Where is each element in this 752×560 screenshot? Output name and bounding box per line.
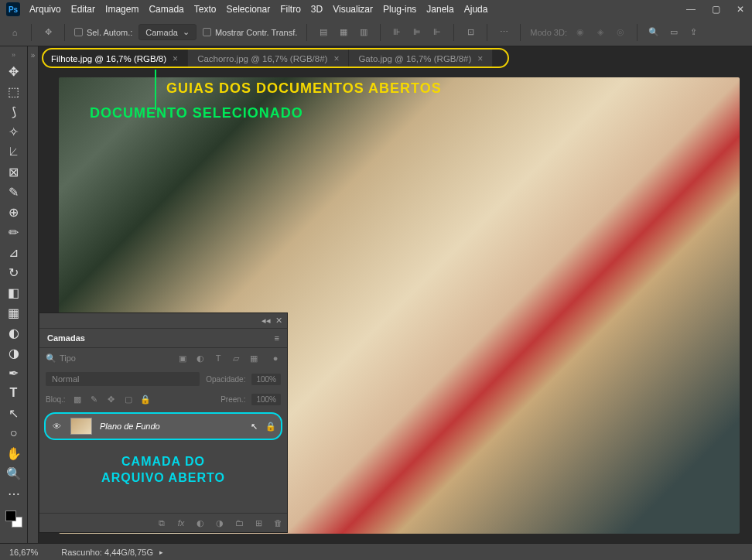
path-select-tool[interactable]: ↖ xyxy=(4,404,24,422)
pen-tool[interactable]: ✒ xyxy=(4,364,24,382)
zoom-3d-icon[interactable]: ◎ xyxy=(614,26,627,39)
align-center-icon[interactable]: ▦ xyxy=(337,26,350,39)
distribute-h-icon[interactable]: ⊪ xyxy=(390,26,404,39)
menu-camada[interactable]: Camada xyxy=(149,4,183,15)
align-to-icon[interactable]: ⊡ xyxy=(463,26,477,39)
layer-thumbnail[interactable] xyxy=(70,418,92,435)
blur-tool[interactable]: ◐ xyxy=(4,323,24,342)
auto-select-checkbox[interactable]: Sel. Autom.: xyxy=(74,28,132,37)
collapse-panel-icon[interactable]: ◂◂ xyxy=(261,316,271,326)
hand-tool[interactable]: ✋ xyxy=(4,444,24,463)
collapse-icon[interactable]: » xyxy=(12,51,15,60)
tab-filhote[interactable]: Filhote.jpg @ 16,7% (RGB/8) × xyxy=(42,50,188,68)
align-left-icon[interactable]: ▤ xyxy=(316,26,330,39)
scratch-info[interactable]: Rascunho: 4,44G/8,75G ▸ xyxy=(61,548,163,557)
dodge-tool[interactable]: ◑ xyxy=(4,343,24,362)
tab-gato[interactable]: Gato.jpg @ 16,7% (RGB/8#) × xyxy=(349,50,493,68)
eraser-tool[interactable]: ◧ xyxy=(4,283,24,302)
align-right-icon[interactable]: ▥ xyxy=(357,26,371,39)
menu-janela[interactable]: Janela xyxy=(426,4,453,15)
filter-type-icon[interactable]: T xyxy=(213,353,224,364)
filter-toggle-icon[interactable]: ● xyxy=(270,353,281,364)
close-button[interactable]: ✕ xyxy=(735,4,746,15)
foreground-color-swatch xyxy=(5,510,16,521)
zoom-level[interactable]: 16,67% xyxy=(9,548,38,557)
menu-imagem[interactable]: Imagem xyxy=(105,4,138,15)
lock-transparency-icon[interactable]: ▩ xyxy=(72,394,83,405)
maximize-button[interactable]: ▢ xyxy=(710,4,721,15)
filter-smart-icon[interactable]: ▦ xyxy=(248,353,259,364)
magic-wand-tool[interactable]: ✧ xyxy=(4,122,24,141)
fill-value[interactable]: 100% xyxy=(251,394,281,405)
menu-texto[interactable]: Texto xyxy=(194,4,217,15)
type-tool[interactable]: T xyxy=(4,384,24,402)
group-icon[interactable]: 🗀 xyxy=(234,517,244,528)
menu-arquivo[interactable]: Arquivo xyxy=(29,4,61,15)
panel-expander[interactable]: » xyxy=(28,46,39,543)
layer-mask-icon[interactable]: ◐ xyxy=(195,517,206,528)
lock-position-icon[interactable]: ✥ xyxy=(106,394,117,405)
lock-all-icon[interactable]: 🔒 xyxy=(140,394,151,405)
edit-toolbar[interactable]: ⋯ xyxy=(4,484,24,503)
visibility-icon[interactable]: 👁 xyxy=(50,422,63,431)
search-icon[interactable]: 🔍 xyxy=(647,26,661,39)
distribute-icon[interactable]: ⊩ xyxy=(430,26,444,39)
link-layers-icon[interactable]: ⧉ xyxy=(156,517,167,528)
shape-tool[interactable]: ○ xyxy=(4,424,24,442)
share-icon[interactable]: ⇪ xyxy=(687,26,701,39)
layer-style-icon[interactable]: fx xyxy=(176,517,186,528)
crop-tool[interactable]: ⟀ xyxy=(4,142,24,161)
layer-background[interactable]: 👁 Plano de Fundo ↖ 🔒 xyxy=(44,412,282,440)
zoom-tool[interactable]: 🔍 xyxy=(4,464,24,483)
menu-selecionar[interactable]: Selecionar xyxy=(226,4,270,15)
menu-filtro[interactable]: Filtro xyxy=(280,4,301,15)
show-transform-checkbox[interactable]: Mostrar Contr. Transf. xyxy=(203,28,297,37)
menu-3d[interactable]: 3D xyxy=(311,4,323,15)
pan-3d-icon[interactable]: ◈ xyxy=(593,26,607,39)
filter-type-dropdown[interactable]: 🔍 Tipo xyxy=(46,353,171,364)
layer-name[interactable]: Plano de Fundo xyxy=(100,422,243,431)
layers-panel[interactable]: ◂◂ ✕ Camadas ≡ 🔍 Tipo ▣ ◐ T ▱ ▦ ● Normal… xyxy=(39,312,288,533)
menu-plugins[interactable]: Plug-ins xyxy=(383,4,416,15)
menu-ajuda[interactable]: Ajuda xyxy=(464,4,488,15)
tab-cachorro[interactable]: Cachorro.jpg @ 16,7% (RGB/8#) × xyxy=(188,50,349,68)
history-brush-tool[interactable]: ↻ xyxy=(4,263,24,282)
move-tool-icon[interactable]: ✥ xyxy=(41,26,55,39)
distribute-v-icon[interactable]: ⊫ xyxy=(410,26,424,39)
layers-tab[interactable]: Camadas xyxy=(39,329,93,347)
menu-editar[interactable]: Editar xyxy=(71,4,95,15)
workspace-icon[interactable]: ▭ xyxy=(667,26,681,39)
close-tab-icon[interactable]: × xyxy=(173,53,178,64)
close-tab-icon[interactable]: × xyxy=(477,53,483,64)
close-panel-icon[interactable]: ✕ xyxy=(275,316,282,326)
filter-adjust-icon[interactable]: ◐ xyxy=(195,353,206,364)
close-tab-icon[interactable]: × xyxy=(333,53,339,64)
blend-mode-dropdown[interactable]: Normal xyxy=(46,372,200,386)
orbit-3d-icon[interactable]: ◉ xyxy=(573,26,587,39)
lock-icon[interactable]: 🔒 xyxy=(265,422,276,432)
lock-image-icon[interactable]: ✎ xyxy=(89,394,100,405)
move-tool[interactable]: ✥ xyxy=(4,62,24,80)
new-layer-icon[interactable]: ⊞ xyxy=(253,517,264,528)
eyedropper-tool[interactable]: ✎ xyxy=(4,183,24,201)
minimize-button[interactable]: — xyxy=(685,4,696,15)
home-icon[interactable]: ⌂ xyxy=(8,26,22,39)
healing-brush-tool[interactable]: ⊕ xyxy=(4,203,24,221)
brush-tool[interactable]: ✏ xyxy=(4,223,24,241)
clone-stamp-tool[interactable]: ⊿ xyxy=(4,243,24,261)
gradient-tool[interactable]: ▦ xyxy=(4,303,24,322)
panel-menu-icon[interactable]: ≡ xyxy=(267,329,287,347)
adjustment-layer-icon[interactable]: ◑ xyxy=(214,517,225,528)
delete-layer-icon[interactable]: 🗑 xyxy=(272,517,283,528)
color-swatches[interactable] xyxy=(5,510,22,528)
marquee-tool[interactable]: ⬚ xyxy=(4,82,24,101)
more-options-icon[interactable]: ⋯ xyxy=(497,26,511,39)
lasso-tool[interactable]: ⟆ xyxy=(4,102,24,121)
lock-artboard-icon[interactable]: ▢ xyxy=(123,394,134,405)
layer-dropdown[interactable]: Camada ⌄ xyxy=(138,24,197,40)
filter-shape-icon[interactable]: ▱ xyxy=(231,353,241,364)
opacity-value[interactable]: 100% xyxy=(251,374,281,385)
frame-tool[interactable]: ⊠ xyxy=(4,162,24,181)
filter-pixel-icon[interactable]: ▣ xyxy=(177,353,188,364)
menu-visualizar[interactable]: Visualizar xyxy=(333,4,373,15)
